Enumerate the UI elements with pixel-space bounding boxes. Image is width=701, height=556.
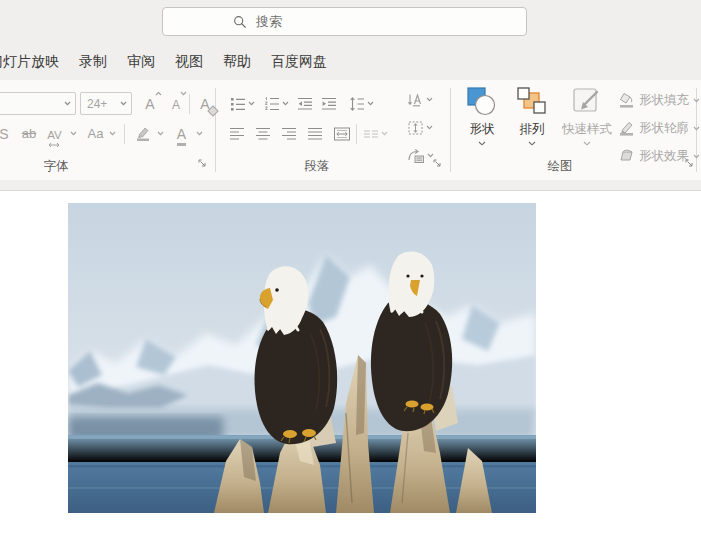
text-direction-icon	[407, 92, 424, 108]
paragraph-group-label: 段落	[222, 158, 412, 175]
font-size-value: 24+	[87, 97, 120, 111]
chevron-down-icon	[109, 131, 116, 136]
chevron-down-icon	[248, 101, 255, 106]
line-spacing-icon	[349, 96, 365, 112]
decrease-indent-icon	[297, 96, 313, 112]
bullets-icon	[230, 96, 246, 112]
character-spacing-button[interactable]: AV	[43, 122, 81, 145]
text-highlight-color-button[interactable]	[130, 122, 168, 145]
shape-outline-label: 形状轮廓	[639, 120, 689, 137]
arrange-label: 排列	[520, 121, 545, 138]
change-case-button[interactable]: Aa	[84, 122, 120, 145]
font-size-combobox[interactable]: 24+	[80, 92, 132, 115]
strikethrough-icon: ab	[22, 127, 36, 140]
quick-styles-label: 快速样式	[562, 121, 612, 138]
distributed-button[interactable]	[332, 122, 352, 145]
shapes-label: 形状	[470, 121, 495, 138]
tab-record[interactable]: 录制	[79, 53, 107, 71]
title-bar: 搜索	[0, 0, 701, 44]
ribbon: 24+ A A A S ab AV	[0, 80, 701, 180]
chevron-down-icon	[381, 131, 388, 136]
chevron-down-icon	[583, 141, 591, 146]
align-text-icon	[407, 120, 424, 136]
group-separator	[450, 88, 451, 172]
drawing-dialog-launcher[interactable]	[684, 158, 694, 168]
left-right-arrow-icon	[47, 142, 61, 148]
shapes-icon	[465, 86, 499, 118]
font-name-combobox[interactable]	[0, 92, 76, 115]
text-direction-button[interactable]	[404, 88, 436, 111]
line-spacing-button[interactable]	[346, 92, 376, 115]
slide-canvas[interactable]	[0, 191, 701, 556]
distributed-icon	[333, 126, 351, 142]
chevron-down-icon	[157, 131, 164, 136]
separator	[189, 94, 190, 114]
font-color-button[interactable]: A	[170, 122, 210, 145]
arrange-icon	[515, 86, 549, 118]
character-spacing-icon: AV	[47, 129, 62, 141]
tab-slideshow[interactable]: 幻灯片放映	[0, 53, 59, 71]
increase-indent-icon	[321, 96, 337, 112]
chevron-down-icon	[426, 125, 433, 130]
columns-icon	[363, 126, 379, 142]
text-shadow-button[interactable]: S	[0, 122, 12, 145]
tab-view[interactable]: 视图	[175, 53, 203, 71]
change-case-icon: Aa	[88, 127, 104, 140]
drawing-group-label: 绘图	[456, 158, 664, 175]
eagles-photo[interactable]	[68, 203, 536, 513]
chevron-down-icon	[282, 101, 289, 106]
align-right-button[interactable]	[280, 122, 298, 145]
align-left-button[interactable]	[228, 122, 246, 145]
search-icon	[233, 15, 247, 29]
grow-font-icon: A	[145, 96, 154, 112]
increase-indent-button[interactable]	[320, 92, 338, 115]
tab-baidu-netdisk[interactable]: 百度网盘	[271, 53, 327, 71]
font-dialog-launcher[interactable]	[197, 158, 207, 168]
search-placeholder: 搜索	[256, 13, 282, 31]
pencil-icon	[618, 120, 635, 137]
align-right-icon	[281, 126, 297, 142]
separator	[356, 124, 357, 144]
chevron-up-icon	[155, 91, 162, 96]
ribbon-collapse-strip	[0, 180, 701, 191]
chevron-down-icon	[693, 126, 700, 131]
paragraph-dialog-launcher[interactable]	[432, 158, 442, 168]
justify-button[interactable]	[306, 122, 324, 145]
columns-button[interactable]	[361, 122, 389, 145]
chevron-down-icon	[120, 101, 127, 106]
shape-fill-button[interactable]: 形状填充	[618, 90, 700, 110]
align-text-button[interactable]	[404, 116, 436, 139]
decrease-indent-button[interactable]	[296, 92, 314, 115]
chevron-down-icon	[693, 98, 700, 103]
search-input[interactable]: 搜索	[162, 7, 527, 36]
chevron-down-icon	[196, 131, 203, 136]
align-center-button[interactable]	[254, 122, 272, 145]
font-color-icon: A	[177, 126, 186, 142]
numbering-button[interactable]	[262, 92, 290, 115]
paint-bucket-icon	[618, 92, 635, 109]
font-color-bar	[177, 143, 186, 146]
shrink-font-icon: A	[172, 98, 180, 112]
chevron-down-icon	[64, 101, 71, 106]
strikethrough-button[interactable]: ab	[17, 122, 41, 145]
align-left-icon	[229, 126, 245, 142]
clear-formatting-button[interactable]: A	[193, 92, 217, 115]
shape-outline-button[interactable]: 形状轮廓	[618, 118, 700, 138]
quick-styles-icon	[570, 86, 604, 118]
separator	[124, 124, 125, 144]
ribbon-tab-row: 幻灯片放映 录制 审阅 视图 帮助 百度网盘	[0, 44, 701, 81]
chevron-down-icon	[478, 141, 486, 146]
align-center-icon	[255, 126, 271, 142]
shape-fill-label: 形状填充	[639, 92, 689, 109]
tab-help[interactable]: 帮助	[223, 53, 251, 71]
chevron-down-icon	[180, 91, 187, 96]
justify-icon	[307, 126, 323, 142]
powerpoint-window: 搜索 幻灯片放映 录制 审阅 视图 帮助 百度网盘 24+ A	[0, 0, 701, 556]
chevron-down-icon	[528, 141, 536, 146]
tab-review[interactable]: 审阅	[127, 53, 155, 71]
paragraph-group: 段落	[222, 80, 450, 180]
font-group-label: 字体	[0, 158, 112, 175]
grow-font-button[interactable]: A	[138, 92, 162, 115]
bullets-button[interactable]	[228, 92, 256, 115]
shrink-font-button[interactable]: A	[164, 92, 188, 115]
